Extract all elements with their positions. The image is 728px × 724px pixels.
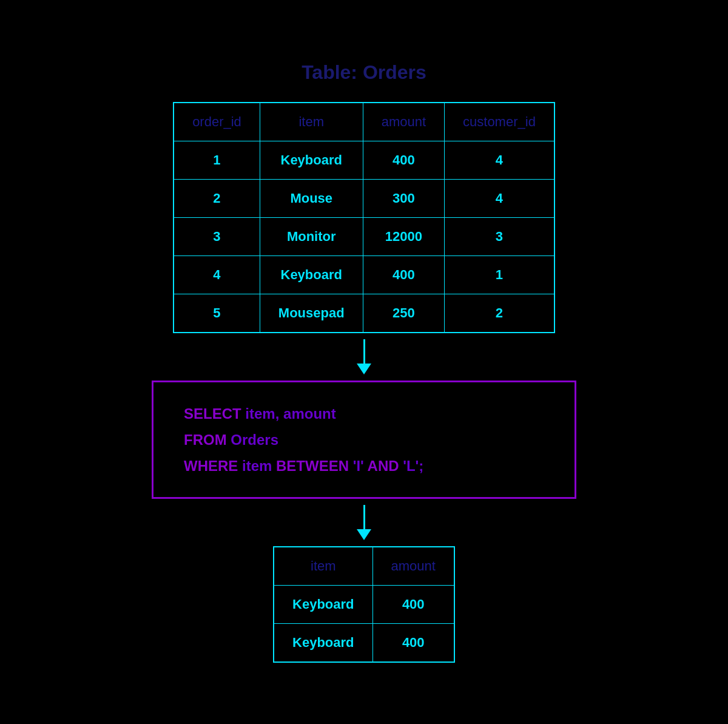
arrow-head-1	[357, 364, 371, 374]
table-cell: 400	[372, 624, 454, 663]
query-line-3: WHERE item BETWEEN 'I' AND 'L';	[184, 453, 544, 479]
table-cell: 400	[363, 141, 444, 179]
table-cell: 3	[445, 217, 554, 255]
arrow-line-2	[363, 505, 365, 529]
table-cell: 1	[445, 255, 554, 294]
page-title: Table: Orders	[302, 61, 426, 84]
table-cell: 300	[363, 179, 444, 217]
table-cell: 1	[174, 141, 260, 179]
table-cell: 2	[174, 179, 260, 217]
query-val1: 'I'	[349, 458, 364, 474]
table-row: 3Monitor120003	[174, 217, 554, 255]
query-line-2: FROM Orders	[184, 427, 544, 453]
query-line-1: SELECT item, amount	[184, 401, 544, 427]
col-item: item	[260, 103, 363, 141]
col-customer-id: customer_id	[445, 103, 554, 141]
table-cell: Keyboard	[274, 624, 372, 663]
table-cell: 400	[363, 255, 444, 294]
arrow-1	[357, 339, 371, 374]
orders-table: order_id item amount customer_id 1Keyboa…	[173, 102, 555, 333]
page-container: Table: Orders order_id item amount custo…	[0, 37, 728, 688]
table-cell: Monitor	[260, 217, 363, 255]
table-cell: Keyboard	[260, 255, 363, 294]
table-row: Keyboard400	[274, 586, 454, 624]
table-cell: Mouse	[260, 179, 363, 217]
table-cell: Mousepad	[260, 294, 363, 333]
table-cell: 3	[174, 217, 260, 255]
table-cell: 4	[445, 179, 554, 217]
table-cell: 5	[174, 294, 260, 333]
table-row: 2Mouse3004	[174, 179, 554, 217]
table-row: 1Keyboard4004	[174, 141, 554, 179]
col-amount: amount	[363, 103, 444, 141]
kw-between: BETWEEN	[276, 458, 349, 474]
arrow-head-2	[357, 529, 371, 540]
table-header-row: order_id item amount customer_id	[174, 103, 554, 141]
table-cell: Keyboard	[274, 586, 372, 624]
table-cell: 400	[372, 586, 454, 624]
result-header-row: item amount	[274, 547, 454, 586]
result-col-amount: amount	[372, 547, 454, 586]
result-col-item: item	[274, 547, 372, 586]
table-row: Keyboard400	[274, 624, 454, 663]
table-row: 4Keyboard4001	[174, 255, 554, 294]
table-cell: 12000	[363, 217, 444, 255]
table-row: 5Mousepad2502	[174, 294, 554, 333]
query-where-item: item	[238, 458, 276, 474]
arrow-line-1	[363, 339, 365, 364]
kw-where: WHERE	[184, 458, 238, 474]
query-val2: 'L';	[399, 458, 424, 474]
kw-from: FROM	[184, 431, 227, 448]
table-cell: 250	[363, 294, 444, 333]
table-cell: 2	[445, 294, 554, 333]
table-cell: Keyboard	[260, 141, 363, 179]
query-select-rest: item, amount	[241, 405, 336, 422]
kw-and: AND	[364, 458, 399, 474]
arrow-2	[357, 505, 371, 540]
col-order-id: order_id	[174, 103, 260, 141]
query-from-rest: Orders	[227, 431, 278, 448]
table-cell: 4	[445, 141, 554, 179]
result-table: item amount Keyboard400Keyboard400	[273, 546, 455, 663]
kw-select: SELECT	[184, 405, 241, 422]
table-cell: 4	[174, 255, 260, 294]
query-box: SELECT item, amount FROM Orders WHERE it…	[152, 381, 576, 499]
